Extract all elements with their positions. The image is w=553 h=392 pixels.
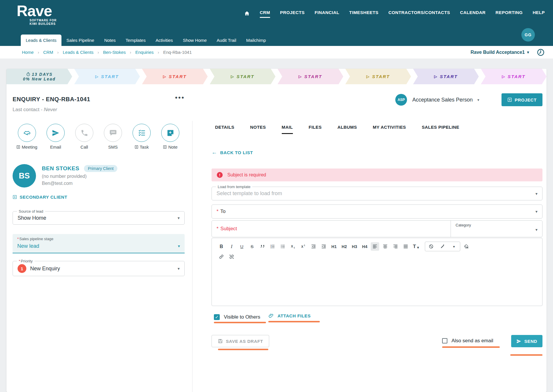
highlight-none-button[interactable]	[427, 242, 435, 251]
more-options-button[interactable]: ●●●	[175, 96, 185, 99]
tab-albums[interactable]: ALBUMS	[337, 125, 357, 134]
client-name[interactable]: BEN STOKES	[42, 165, 79, 172]
tab-mail[interactable]: MAIL	[282, 125, 293, 134]
pipeline-stage-current[interactable]: 13 DAYS0% New Lead	[6, 69, 72, 84]
nav-item-financial[interactable]: FINANCIAL	[315, 10, 339, 18]
h2-button[interactable]: H2	[340, 242, 348, 251]
action-email[interactable]: Email	[41, 124, 70, 149]
owner-avatar[interactable]: ASP	[395, 94, 407, 106]
nav-item-contractors-contacts[interactable]: CONTRACTORS/CONTACTS	[388, 10, 450, 18]
annotation-underline	[214, 322, 266, 323]
add-secondary-client-button[interactable]: SECONDARY CLIENT	[13, 195, 185, 200]
highlight-pen-button[interactable]	[438, 242, 447, 251]
subtab-mailchimp[interactable]: Mailchimp	[241, 35, 271, 46]
italic-button[interactable]: I	[227, 242, 236, 251]
breadcrumb-item[interactable]: Ben-Stokes	[103, 50, 126, 55]
pipeline-stage-start-3[interactable]: ▷START	[210, 69, 276, 84]
superscript-button[interactable]: X1	[299, 242, 308, 251]
logo-subtitle: SOFTWARE FOR KIWI BUILDERS	[30, 19, 57, 26]
nav-item-help[interactable]: HELP	[533, 10, 545, 18]
tab-details[interactable]: DETAILS	[215, 125, 234, 134]
action-call[interactable]: Call	[70, 124, 99, 149]
company-selector[interactable]: Rave Build Acceptance1 ▾	[470, 50, 529, 55]
link-button[interactable]	[217, 252, 226, 261]
pipeline-stage-start-4[interactable]: ▷START	[278, 69, 344, 84]
email-body-textarea[interactable]	[212, 261, 542, 305]
h3-button[interactable]: H3	[350, 242, 359, 251]
underline-button[interactable]: U	[238, 242, 246, 251]
align-right-button[interactable]	[391, 242, 400, 251]
subtab-sales-pipeline[interactable]: Sales Pipeline	[61, 35, 99, 46]
pipeline-stage-start-1[interactable]: ▷START	[74, 69, 140, 84]
load-from-template-select[interactable]: Load from template Select template to lo…	[212, 187, 542, 200]
play-icon: ▷	[502, 74, 506, 79]
client-avatar[interactable]: BS	[13, 164, 36, 188]
subtab-leads-clients[interactable]: Leads & Clients	[21, 35, 61, 46]
highlight-caret-button[interactable]: ▾	[450, 242, 458, 251]
action-note[interactable]: Note	[156, 124, 185, 149]
source-of-lead-select[interactable]: Source of lead Show Home ▾	[13, 211, 185, 225]
tab-my-activities[interactable]: MY ACTIVITIES	[373, 125, 406, 134]
bold-button[interactable]: B	[217, 242, 226, 251]
home-icon[interactable]	[244, 11, 250, 16]
nav-item-calendar[interactable]: CALENDAR	[460, 10, 485, 18]
back-to-list-link[interactable]: ← BACK TO LIST	[212, 149, 542, 156]
subtab-templates[interactable]: Templates	[121, 35, 150, 46]
action-meeting[interactable]: Meeting	[13, 124, 41, 149]
breadcrumb-bar: Home›CRM›Leads & Clients›Ben-Stokes›Enqu…	[0, 46, 553, 59]
to-select[interactable]: * To ▾	[212, 204, 542, 219]
subject-input[interactable]: * Subject	[212, 221, 451, 237]
nav-item-reporting[interactable]: REPORTING	[496, 10, 523, 18]
chevron-down-icon: ▾	[178, 216, 180, 220]
subject-category-row: * Subject Category ▾	[212, 220, 542, 237]
tab-sales-pipeline[interactable]: SALES PIPELINE	[422, 125, 459, 134]
category-select[interactable]: Category ▾	[451, 221, 542, 237]
visible-to-others-checkbox[interactable]: ✓ Visible to Others	[214, 314, 266, 320]
indent-decrease-button[interactable]	[309, 242, 318, 251]
also-send-as-email-checkbox[interactable]: Also send as email	[442, 338, 500, 344]
pipeline-stage-start-2[interactable]: ▷START	[142, 69, 208, 84]
subtab-audit-trail[interactable]: Audit Trail	[212, 35, 241, 46]
ordered-list-button[interactable]: 123	[268, 242, 277, 251]
unlink-button[interactable]	[227, 252, 236, 261]
subtab-notes[interactable]: Notes	[99, 35, 121, 46]
indent-increase-button[interactable]	[320, 242, 328, 251]
subscript-button[interactable]: X1	[289, 242, 297, 251]
nav-item-crm[interactable]: CRM	[260, 10, 270, 18]
pipeline-stage-start-6[interactable]: ▷START	[413, 69, 479, 84]
tab-notes[interactable]: NOTES	[250, 125, 266, 134]
pipeline-stage-start-5[interactable]: ▷START	[345, 69, 411, 84]
action-task[interactable]: Task	[127, 124, 156, 149]
text-color-button[interactable]: T▾	[412, 242, 420, 251]
subtab-activities[interactable]: Activities	[151, 35, 178, 46]
clear-format-button[interactable]	[462, 242, 470, 251]
user-avatar[interactable]: GG	[521, 28, 535, 42]
priority-select[interactable]: *Priority 1 New Enquiry ▾	[13, 261, 185, 276]
create-project-button[interactable]: PROJECT	[502, 93, 542, 106]
breadcrumb-item[interactable]: Enquiries	[135, 50, 154, 55]
tab-files[interactable]: FILES	[309, 125, 322, 134]
action-sms[interactable]: SMSSMS	[99, 124, 127, 149]
h4-button[interactable]: H4	[360, 242, 369, 251]
align-justify-button[interactable]	[401, 242, 410, 251]
breadcrumb-item[interactable]: Home	[22, 50, 34, 55]
subtab-show-home[interactable]: Show Home	[178, 35, 212, 46]
blockquote-button[interactable]	[258, 242, 267, 251]
align-left-button[interactable]	[371, 242, 379, 251]
sales-pipeline-stage-select[interactable]: *Sales pipeline stage New lead ▾	[13, 234, 185, 253]
breadcrumb-item[interactable]: CRM	[43, 50, 53, 55]
breadcrumb-item[interactable]: Leads & Clients	[63, 50, 94, 55]
enquiry-title: ENQUIRY - ENQ-RBA-1041	[13, 96, 90, 103]
h1-button[interactable]: H1	[330, 242, 338, 251]
save-as-draft-button[interactable]: SAVE AS DRAFT	[212, 335, 269, 347]
owner-selector[interactable]: Acceptance Sales Person ▾	[412, 97, 479, 103]
send-button[interactable]: SEND	[511, 335, 542, 347]
nav-item-projects[interactable]: PROJECTS	[280, 10, 305, 18]
bullet-list-button[interactable]	[279, 242, 287, 251]
attach-files-button[interactable]: ATTACH FILES	[268, 313, 320, 319]
strikethrough-button[interactable]: S	[248, 242, 256, 251]
nav-item-timesheets[interactable]: TIMESHEETS	[349, 10, 379, 18]
pipeline-stage-start-7[interactable]: ▷START	[481, 69, 547, 84]
align-center-button[interactable]	[381, 242, 389, 251]
history-clock-icon[interactable]	[537, 48, 545, 56]
